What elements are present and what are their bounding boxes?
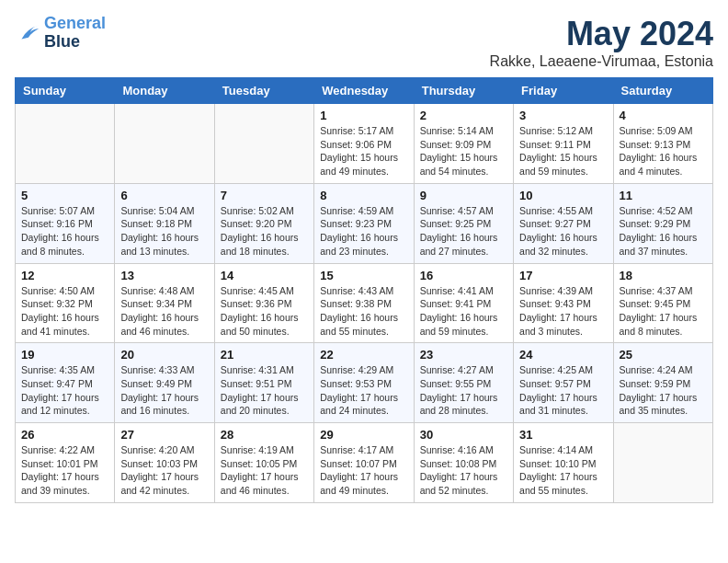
page-header: General Blue May 2024 Rakke, Laeaene-Vir… [15, 15, 713, 70]
calendar-cell: 28Sunrise: 4:19 AM Sunset: 10:05 PM Dayl… [214, 423, 313, 503]
day-info: Sunrise: 5:07 AM Sunset: 9:16 PM Dayligh… [21, 204, 108, 259]
day-info: Sunrise: 4:48 AM Sunset: 9:34 PM Dayligh… [120, 284, 208, 339]
day-info: Sunrise: 5:14 AM Sunset: 9:09 PM Dayligh… [420, 124, 507, 178]
calendar-cell: 2Sunrise: 5:14 AM Sunset: 9:09 PM Daylig… [414, 104, 513, 184]
day-info: Sunrise: 4:16 AM Sunset: 10:08 PM Daylig… [420, 443, 507, 498]
calendar-cell: 11Sunrise: 4:52 AM Sunset: 9:29 PM Dayli… [613, 183, 712, 263]
calendar-cell: 25Sunrise: 4:24 AM Sunset: 9:59 PM Dayli… [613, 343, 712, 423]
day-info: Sunrise: 4:41 AM Sunset: 9:41 PM Dayligh… [420, 284, 507, 339]
day-info: Sunrise: 5:02 AM Sunset: 9:20 PM Dayligh… [221, 204, 308, 259]
calendar-table: SundayMondayTuesdayWednesdayThursdayFrid… [15, 77, 713, 503]
day-number: 17 [519, 269, 607, 282]
day-info: Sunrise: 4:39 AM Sunset: 9:43 PM Dayligh… [519, 284, 607, 339]
calendar-cell: 7Sunrise: 5:02 AM Sunset: 9:20 PM Daylig… [214, 183, 313, 263]
calendar-row-4: 26Sunrise: 4:22 AM Sunset: 10:01 PM Dayl… [16, 423, 713, 503]
title-block: May 2024 Rakke, Laeaene-Virumaa, Estonia [490, 15, 713, 70]
weekday-header-thursday: Thursday [414, 78, 513, 104]
weekday-header-monday: Monday [115, 78, 214, 104]
calendar-cell: 14Sunrise: 4:45 AM Sunset: 9:36 PM Dayli… [214, 263, 313, 343]
day-info: Sunrise: 4:17 AM Sunset: 10:07 PM Daylig… [320, 443, 407, 498]
day-number: 25 [620, 348, 707, 362]
calendar-cell [214, 104, 313, 184]
calendar-cell: 24Sunrise: 4:25 AM Sunset: 9:57 PM Dayli… [514, 343, 613, 423]
day-number: 9 [420, 189, 507, 202]
calendar-cell: 19Sunrise: 4:35 AM Sunset: 9:47 PM Dayli… [16, 343, 115, 423]
day-number: 2 [420, 109, 507, 122]
day-number: 6 [120, 189, 208, 202]
calendar-cell [613, 423, 712, 503]
main-title: May 2024 [490, 15, 713, 53]
weekday-header-friday: Friday [514, 78, 613, 104]
day-info: Sunrise: 4:22 AM Sunset: 10:01 PM Daylig… [21, 443, 108, 498]
calendar-row-0: 1Sunrise: 5:17 AM Sunset: 9:06 PM Daylig… [16, 104, 713, 184]
calendar-row-3: 19Sunrise: 4:35 AM Sunset: 9:47 PM Dayli… [16, 343, 713, 423]
day-number: 16 [420, 269, 507, 282]
calendar-cell: 29Sunrise: 4:17 AM Sunset: 10:07 PM Dayl… [314, 423, 414, 503]
day-info: Sunrise: 4:45 AM Sunset: 9:36 PM Dayligh… [221, 284, 308, 339]
day-info: Sunrise: 4:33 AM Sunset: 9:49 PM Dayligh… [120, 363, 208, 418]
calendar-cell: 8Sunrise: 4:59 AM Sunset: 9:23 PM Daylig… [314, 183, 414, 263]
calendar-cell: 10Sunrise: 4:55 AM Sunset: 9:27 PM Dayli… [514, 183, 613, 263]
calendar-cell: 15Sunrise: 4:43 AM Sunset: 9:38 PM Dayli… [314, 263, 414, 343]
day-info: Sunrise: 4:55 AM Sunset: 9:27 PM Dayligh… [519, 204, 607, 259]
day-number: 29 [320, 428, 407, 442]
calendar-cell: 1Sunrise: 5:17 AM Sunset: 9:06 PM Daylig… [314, 104, 414, 184]
day-number: 12 [21, 269, 108, 282]
day-info: Sunrise: 4:14 AM Sunset: 10:10 PM Daylig… [519, 443, 607, 498]
logo: General Blue [15, 15, 106, 52]
day-number: 22 [320, 348, 407, 362]
day-number: 24 [519, 348, 607, 362]
day-info: Sunrise: 4:43 AM Sunset: 9:38 PM Dayligh… [320, 284, 407, 339]
day-number: 19 [21, 348, 108, 362]
calendar-cell: 17Sunrise: 4:39 AM Sunset: 9:43 PM Dayli… [514, 263, 613, 343]
weekday-header-wednesday: Wednesday [314, 78, 414, 104]
day-number: 7 [221, 189, 308, 202]
day-number: 28 [221, 428, 308, 442]
calendar-cell: 30Sunrise: 4:16 AM Sunset: 10:08 PM Dayl… [414, 423, 513, 503]
weekday-header-saturday: Saturday [613, 78, 712, 104]
calendar-cell: 20Sunrise: 4:33 AM Sunset: 9:49 PM Dayli… [115, 343, 214, 423]
day-number: 20 [120, 348, 208, 362]
calendar-cell: 9Sunrise: 4:57 AM Sunset: 9:25 PM Daylig… [414, 183, 513, 263]
day-number: 31 [519, 428, 607, 442]
day-number: 1 [320, 109, 407, 122]
weekday-header-sunday: Sunday [16, 78, 115, 104]
day-number: 26 [21, 428, 108, 442]
day-info: Sunrise: 4:57 AM Sunset: 9:25 PM Dayligh… [420, 204, 507, 259]
subtitle: Rakke, Laeaene-Virumaa, Estonia [490, 53, 713, 70]
day-number: 18 [620, 269, 707, 282]
calendar-cell: 13Sunrise: 4:48 AM Sunset: 9:34 PM Dayli… [115, 263, 214, 343]
day-number: 11 [620, 189, 707, 202]
calendar-cell: 27Sunrise: 4:20 AM Sunset: 10:03 PM Dayl… [115, 423, 214, 503]
day-number: 14 [221, 269, 308, 282]
day-number: 30 [420, 428, 507, 442]
day-number: 3 [519, 109, 607, 122]
calendar-cell: 22Sunrise: 4:29 AM Sunset: 9:53 PM Dayli… [314, 343, 414, 423]
calendar-row-2: 12Sunrise: 4:50 AM Sunset: 9:32 PM Dayli… [16, 263, 713, 343]
day-number: 13 [120, 269, 208, 282]
day-info: Sunrise: 4:35 AM Sunset: 9:47 PM Dayligh… [21, 363, 108, 418]
day-info: Sunrise: 5:17 AM Sunset: 9:06 PM Dayligh… [320, 124, 407, 178]
day-info: Sunrise: 4:29 AM Sunset: 9:53 PM Dayligh… [320, 363, 407, 418]
day-info: Sunrise: 4:37 AM Sunset: 9:45 PM Dayligh… [620, 284, 707, 339]
day-number: 8 [320, 189, 407, 202]
day-info: Sunrise: 4:24 AM Sunset: 9:59 PM Dayligh… [620, 363, 707, 418]
day-info: Sunrise: 4:19 AM Sunset: 10:05 PM Daylig… [221, 443, 308, 498]
day-number: 15 [320, 269, 407, 282]
logo-icon [15, 20, 40, 46]
day-info: Sunrise: 4:50 AM Sunset: 9:32 PM Dayligh… [21, 284, 108, 339]
day-info: Sunrise: 5:12 AM Sunset: 9:11 PM Dayligh… [519, 124, 607, 178]
calendar-cell: 26Sunrise: 4:22 AM Sunset: 10:01 PM Dayl… [16, 423, 115, 503]
day-info: Sunrise: 4:52 AM Sunset: 9:29 PM Dayligh… [620, 204, 707, 259]
weekday-header-row: SundayMondayTuesdayWednesdayThursdayFrid… [16, 78, 713, 104]
day-number: 27 [120, 428, 208, 442]
weekday-header-tuesday: Tuesday [214, 78, 313, 104]
calendar-row-1: 5Sunrise: 5:07 AM Sunset: 9:16 PM Daylig… [16, 183, 713, 263]
day-info: Sunrise: 4:27 AM Sunset: 9:55 PM Dayligh… [420, 363, 507, 418]
day-number: 10 [519, 189, 607, 202]
day-info: Sunrise: 5:04 AM Sunset: 9:18 PM Dayligh… [120, 204, 208, 259]
day-info: Sunrise: 4:59 AM Sunset: 9:23 PM Dayligh… [320, 204, 407, 259]
day-number: 5 [21, 189, 108, 202]
calendar-cell: 12Sunrise: 4:50 AM Sunset: 9:32 PM Dayli… [16, 263, 115, 343]
day-info: Sunrise: 4:20 AM Sunset: 10:03 PM Daylig… [120, 443, 208, 498]
